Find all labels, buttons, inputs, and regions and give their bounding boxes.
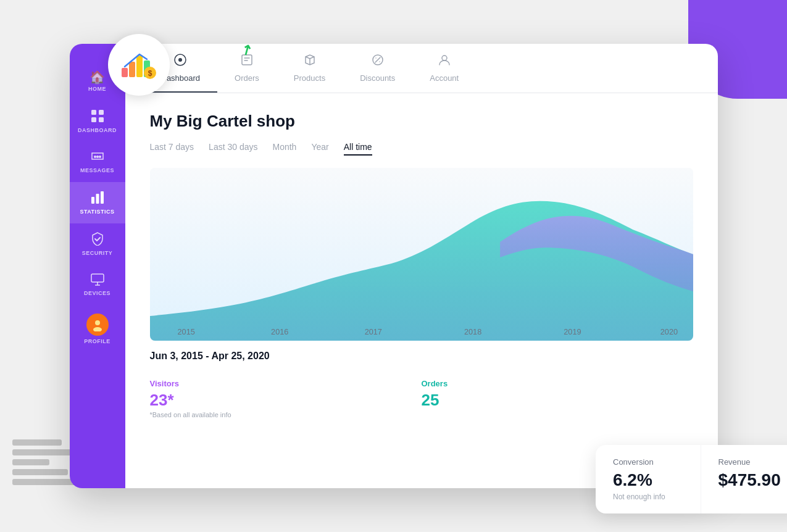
nav-item-account[interactable]: Account [412,44,476,93]
sidebar-item-profile[interactable]: PROFILE [70,305,125,353]
filter-7days[interactable]: Last 7 days [150,142,194,156]
nav-label-products: Products [294,73,325,83]
visitors-label: Visitors [150,379,422,388]
main-container: 🏠 HOME DASHBOARD [70,44,718,488]
svg-text:2015: 2015 [177,327,194,336]
svg-point-10 [94,156,96,158]
visitors-note: *Based on all available info [150,411,422,418]
revenue-section: Revenue $475.90 [701,445,788,513]
nav-label-orders: Orders [235,73,259,83]
svg-rect-2 [136,56,143,77]
conversion-label: Conversion [613,457,683,467]
messages-icon [91,151,104,165]
page-title: My Big Cartel shop [150,112,693,131]
sidebar-label-statistics: STATISTICS [80,209,114,215]
content-area: Dashboard Orders Product [125,44,718,488]
statistics-icon [91,191,104,206]
svg-rect-0 [122,68,128,77]
visitors-stat: Visitors 23* *Based on all available inf… [150,369,422,428]
sidebar-item-security[interactable]: SECURITY [70,223,125,265]
svg-point-18 [93,327,102,331]
sidebar-item-devices[interactable]: DEVICES [70,265,125,305]
floating-stats-card: Conversion 6.2% Not enough info Revenue … [596,445,787,513]
orders-label: Orders [422,379,693,388]
sidebar-label-profile: PROFILE [84,338,110,344]
nav-products-icon [303,53,317,70]
orders-stat: Orders 25 [422,369,693,428]
svg-point-20 [178,58,182,62]
nav-dashboard-icon [173,53,187,70]
orders-value: 25 [422,391,693,410]
sidebar-label-security: SECURITY [82,250,113,256]
revenue-label: Revenue [718,457,788,467]
svg-rect-14 [96,194,99,204]
nav-account-icon [438,53,451,70]
filter-year[interactable]: Year [311,142,328,156]
profile-icon [86,314,109,336]
security-icon [91,232,104,247]
svg-text:2019: 2019 [564,327,581,336]
chart-container: 2015 2016 2017 2018 2019 2020 [150,168,693,341]
date-range: Jun 3, 2015 - Apr 25, 2020 [150,351,693,362]
conversion-note: Not enough info [613,493,683,501]
svg-rect-6 [91,110,96,115]
sidebar-item-dashboard[interactable]: DASHBOARD [70,101,125,142]
svg-text:$: $ [148,69,152,78]
stats-row: Visitors 23* *Based on all available inf… [150,369,693,428]
nav-discounts-icon [371,53,385,70]
sidebar-label-dashboard: DASHBOARD [78,127,117,133]
nav-label-account: Account [430,73,459,83]
revenue-value: $475.90 [718,470,788,490]
date-filters: Last 7 days Last 30 days Month Year All … [150,142,693,156]
svg-point-12 [99,156,101,158]
svg-text:2020: 2020 [660,327,677,336]
filter-month[interactable]: Month [273,142,297,156]
conversion-section: Conversion 6.2% Not enough info [596,445,701,513]
svg-text:2018: 2018 [464,327,481,336]
filter-alltime[interactable]: All time [344,142,372,156]
svg-rect-13 [91,197,94,204]
svg-rect-8 [91,117,96,122]
page-content: My Big Cartel shop Last 7 days Last 30 d… [125,93,718,488]
nav-item-discounts[interactable]: Discounts [343,44,412,93]
sidebar: 🏠 HOME DASHBOARD [70,44,125,488]
svg-rect-15 [101,191,104,204]
filter-30days[interactable]: Last 30 days [209,142,257,156]
svg-rect-1 [129,62,135,77]
svg-rect-16 [91,274,104,282]
sidebar-label-home: HOME [88,86,106,92]
svg-point-23 [442,56,447,60]
devices-icon [91,273,104,288]
svg-text:2017: 2017 [364,327,381,336]
sidebar-item-statistics[interactable]: STATISTICS [70,182,125,223]
svg-rect-9 [99,117,104,122]
dashboard-icon [91,109,104,125]
home-icon: 🏠 [90,71,106,83]
sidebar-item-messages[interactable]: MESSAGES [70,142,125,182]
svg-text:2016: 2016 [271,327,288,336]
nav-label-discounts: Discounts [360,73,395,83]
sidebar-label-messages: MESSAGES [80,167,114,173]
svg-point-11 [96,156,99,158]
visitors-value: 23* [150,391,422,410]
conversion-value: 6.2% [613,470,683,490]
svg-rect-7 [99,110,104,115]
nav-item-products[interactable]: Products [277,44,343,93]
sidebar-label-devices: DEVICES [84,290,110,296]
app-logo: $ [108,34,170,96]
top-nav: Dashboard Orders Product [125,44,718,93]
svg-point-17 [95,320,100,325]
